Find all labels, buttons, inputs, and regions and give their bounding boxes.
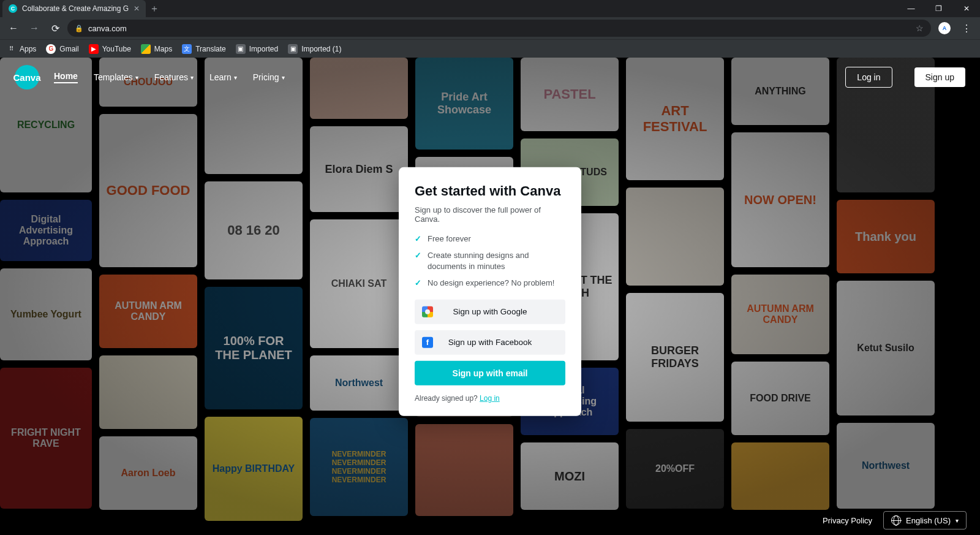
bookmark-label: Gmail [59,45,78,53]
logo-text: Canva [13,72,40,83]
profile-avatar[interactable]: A [938,22,951,34]
collage-card: BURGER FRIDAYS [626,293,724,422]
already-signed-up: Already signed up? Log in [415,393,565,402]
window-titlebar: C Collaborate & Create Amazing G ✕ ＋ — ❐… [0,0,980,17]
browser-toolbar: ← → ⟳ 🔒 canva.com ☆ A ⋮ [0,17,980,39]
window-minimize-button[interactable]: — [897,0,925,17]
bookmark-label: Apps [20,45,36,53]
collage-card: AUTUMN ARM CANDY [731,275,829,354]
bookmark-imported[interactable]: ▣Imported [236,44,278,54]
check-icon: ✓ [415,233,421,244]
collage-card: 08 16 20 [205,181,303,279]
site-header: Canva Home Templates▾ Features▾ Learn▾ P… [0,58,980,97]
nav-templates[interactable]: Templates▾ [94,71,138,83]
bookmark-label: Maps [154,45,172,53]
collage-card: Elora Diem S [310,126,408,212]
bookmark-apps[interactable]: ⠿Apps [6,44,36,54]
browser-menu-button[interactable]: ⋮ [958,23,975,34]
bookmark-label: Imported [249,45,278,53]
globe-icon [891,515,901,525]
collage-card: Yumbee Yogurt [0,268,92,360]
canva-logo[interactable]: Canva [15,65,39,89]
reload-button[interactable]: ⟳ [47,20,64,37]
collage-card: Digital Advertising Approach [0,200,92,261]
collage-card: CHIAKI SAT [310,219,408,348]
collage-card [99,355,197,429]
nav-label: Templates [94,72,133,82]
collage-card: AUTUMN ARM CANDY [99,275,197,348]
tab-favicon: C [9,4,17,13]
login-button[interactable]: Log in [845,67,892,88]
window-controls: — ❐ ✕ [897,0,980,17]
folder-icon: ▣ [288,44,298,54]
collage-card: Aaron Loeb [99,436,197,510]
translate-icon: 文 [182,44,192,54]
collage-card [626,188,724,286]
tab-title: Collaborate & Create Amazing G [22,4,129,13]
login-link[interactable]: Log in [480,393,500,402]
chevron-down-icon: ▾ [190,74,194,81]
maps-icon [141,44,151,54]
bookmark-label: YouTube [102,45,131,53]
nav-home[interactable]: Home [54,71,78,83]
check-icon: ✓ [415,250,421,271]
modal-title: Get started with Canva [415,183,565,199]
bookmark-maps[interactable]: Maps [141,44,172,54]
folder-icon: ▣ [236,44,246,54]
facebook-icon: f [422,336,433,347]
bookmark-label: Translate [195,45,226,53]
nav-label: Features [154,72,188,82]
browser-tab[interactable]: C Collaborate & Create Amazing G ✕ [2,0,146,17]
address-bar[interactable]: 🔒 canva.com ☆ [67,20,931,37]
page-content: RECYCLING Digital Advertising Approach Y… [0,58,980,535]
collage-card: GOOD FOOD [99,114,197,267]
bookmark-translate[interactable]: 文Translate [182,44,226,54]
check-icon: ✓ [415,278,421,289]
bookmark-gmail[interactable]: GGmail [46,44,78,54]
bookmark-youtube[interactable]: ▶YouTube [89,44,131,54]
signup-button[interactable]: Sign up [914,67,965,87]
chevron-down-icon: ▾ [234,74,237,81]
bookmark-imported-1[interactable]: ▣Imported (1) [288,44,341,54]
nav-label: Home [54,71,78,81]
nav-features[interactable]: Features▾ [154,71,194,83]
collage-card: 100% FOR THE PLANET [205,287,303,409]
signup-facebook-button[interactable]: fSign up with Facebook [415,330,565,354]
modal-subtitle: Sign up to discover the full power of Ca… [415,205,565,223]
nav-learn[interactable]: Learn▾ [209,71,237,83]
chevron-down-icon: ▾ [135,74,138,81]
signup-email-button[interactable]: Sign up with email [415,360,565,385]
language-label: English (US) [906,516,951,525]
tab-close-icon[interactable]: ✕ [134,4,140,13]
collage-card: NOW OPEN! [731,132,829,267]
language-selector[interactable]: English (US) ▾ [883,511,967,529]
collage-card: 20%OFF [626,429,724,509]
collage-card: NEVERMINDER NEVERMINDER NEVERMINDER NEVE… [310,418,408,516]
signup-google-button[interactable]: Sign up with Google [415,299,565,324]
back-button[interactable]: ← [5,20,22,37]
collage-card: FRIGHT NIGHT RAVE [0,368,92,509]
collage-card: Northwest [837,423,935,509]
new-tab-button[interactable]: ＋ [146,0,163,17]
feature-text: No design experience? No problem! [428,278,554,289]
bookmark-star-icon[interactable]: ☆ [916,23,924,33]
apps-icon: ⠿ [6,44,16,54]
collage-card: Thank you [837,200,935,273]
already-text: Already signed up? [415,393,480,402]
collage-card: Northwest [310,355,408,411]
button-label: Sign up with Facebook [448,338,532,347]
nav-pricing[interactable]: Pricing▾ [253,71,285,83]
privacy-link[interactable]: Privacy Policy [823,516,872,525]
window-maximize-button[interactable]: ❐ [925,0,952,17]
window-close-button[interactable]: ✕ [952,0,980,17]
bookmark-label: Imported (1) [301,45,341,53]
feature-text: Create stunning designs and documents in… [428,250,565,271]
button-label: Sign up with Google [453,307,527,316]
primary-nav: Home Templates▾ Features▾ Learn▾ Pricing… [54,71,285,83]
gmail-icon: G [46,44,56,54]
forward-button[interactable]: → [26,20,43,37]
lock-icon: 🔒 [75,25,83,32]
nav-label: Pricing [253,72,279,82]
collage-card: MOZI [521,442,619,510]
feature-item: ✓No design experience? No problem! [415,278,565,289]
